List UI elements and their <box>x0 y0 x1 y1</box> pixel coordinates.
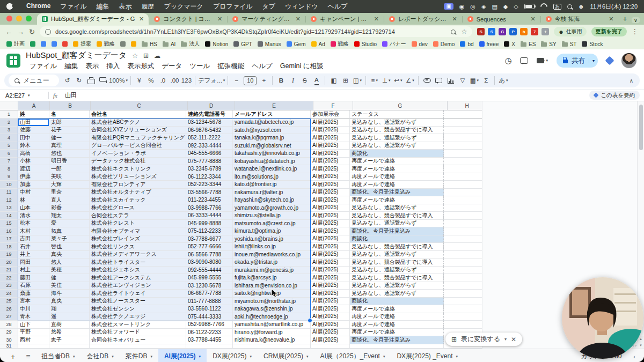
row-header-18[interactable]: 18 <box>0 243 18 251</box>
menu-item-8[interactable]: ウィンドウ <box>280 2 323 11</box>
cell-C23[interactable]: 株式会社エンヴィジョン <box>90 282 186 290</box>
gemini-sparkle-icon[interactable] <box>605 56 614 65</box>
forward-icon[interactable]: → <box>17 28 24 36</box>
cell-B6[interactable]: 悠也 <box>49 150 90 158</box>
cell-G20[interactable]: 見込みなし、競合製品すでに導入 <box>350 258 444 267</box>
cell-G6[interactable]: 商談化 <box>350 150 444 158</box>
bookmark-item-22[interactable]: bd <box>460 41 473 47</box>
bookmark-item-11[interactable]: 法人 <box>181 40 200 48</box>
sheet-tab-caret-icon[interactable]: ▾ <box>456 354 458 359</box>
font-family-select[interactable]: デフォ...▾ <box>198 75 225 86</box>
column-header-H[interactable]: H <box>448 101 487 110</box>
cell-A12[interactable]: 林 <box>18 196 49 204</box>
cell-G23[interactable]: 見込みなし、通話繋がらず <box>350 282 444 290</box>
browser-tab-5[interactable]: Sequences✕ <box>463 13 540 25</box>
cell-C6[interactable]: イノベーション・ラボ <box>90 150 186 158</box>
cell-H24[interactable] <box>444 290 482 298</box>
cell-E29[interactable]: hirano.y@forward.jp <box>233 329 311 337</box>
cell-G10[interactable]: 再度メールで連絡 <box>350 181 444 189</box>
cell-D4[interactable]: 052-111-2222 <box>186 134 233 142</box>
cell-D6[interactable]: 045-555-6666 <box>186 150 233 158</box>
document-title[interactable]: HubSpot_顧客ダミーデータ <box>26 50 127 61</box>
cell-C7[interactable]: データテック株式会社 <box>90 158 186 166</box>
cell-H23[interactable] <box>444 282 482 290</box>
sheet-tab-0[interactable]: 担当者DB▾ <box>35 349 80 362</box>
cell-E13[interactable]: yamamoto.a@growth.co.jp <box>233 204 311 212</box>
cell-B14[interactable]: 翔太 <box>49 212 90 220</box>
cell-G15[interactable]: 見込みなし、通話繋がらず <box>350 220 444 228</box>
header-cell-F1[interactable]: 参加展示会 <box>311 110 350 119</box>
cell-G26[interactable]: 再度メールで連絡 <box>350 305 444 313</box>
menu-item-2[interactable]: 編集 <box>91 2 114 11</box>
cell-C22[interactable]: 株式会社アークシステム <box>90 274 186 282</box>
column-header-E[interactable]: E <box>235 101 313 110</box>
cell-C17[interactable]: 株式会社ブレインズ <box>90 235 186 243</box>
row-header-29[interactable]: 29 <box>0 329 18 337</box>
cell-E7[interactable]: kobayashi.a@datatech.jp <box>233 158 311 166</box>
insert-chart-icon[interactable] <box>445 75 456 86</box>
bookmark-item-23[interactable]: freee <box>479 41 499 47</box>
font-size-input[interactable]: 10 <box>244 76 257 85</box>
browser-tab-6[interactable]: 今枝 拓海✕ <box>541 13 619 25</box>
cell-F8[interactable]: AI展(2025) <box>311 165 350 173</box>
sheet-tab-caret-icon[interactable]: ▾ <box>306 354 309 359</box>
sheet-tab-caret-icon[interactable]: ▾ <box>112 354 114 359</box>
dropdown-caret-icon[interactable]: ▾ <box>389 78 391 83</box>
convert-caret-icon[interactable]: ▾ <box>504 337 507 342</box>
sheet-tab-3[interactable]: AI展(2025)▾ <box>158 349 207 362</box>
cell-H15[interactable] <box>444 220 482 228</box>
sheets-logo-icon[interactable] <box>6 54 20 68</box>
extension-icon-3[interactable]: P <box>509 28 517 35</box>
cell-B23[interactable]: 美佳 <box>49 282 90 290</box>
cell-G16[interactable]: 商談化、今月受注見込み <box>350 227 444 235</box>
menu-item-7[interactable]: タブ <box>258 2 281 11</box>
cell-D13[interactable]: 03-9988-7766 <box>186 204 233 212</box>
cell-B22[interactable]: 健 <box>49 274 90 282</box>
cell-B18[interactable]: 智也 <box>49 243 90 251</box>
window-controls[interactable] <box>6 16 32 21</box>
toolbar-search-input[interactable]: メニュー <box>9 75 59 86</box>
cell-H8[interactable] <box>444 165 482 173</box>
undo-icon[interactable]: ↺ <box>62 75 73 86</box>
row-header-26[interactable]: 26 <box>0 305 18 313</box>
row-header-31[interactable]: 31 <box>0 344 18 349</box>
scroll-up-icon[interactable]: ▲ <box>639 337 642 341</box>
cell-G5[interactable]: 見込みなし、通話繋がらず <box>350 142 444 150</box>
insert-comment-icon[interactable] <box>433 75 444 86</box>
row-header-14[interactable]: 14 <box>0 212 18 220</box>
all-sheets-button[interactable]: ≡ <box>20 352 35 361</box>
cell-A24[interactable]: 斎藤 <box>18 290 49 298</box>
cell-B8[interactable]: 一郎 <box>49 165 90 173</box>
close-window-button[interactable] <box>6 16 12 21</box>
move-folder-icon[interactable]: ⊞ <box>143 52 149 60</box>
cell-A2[interactable]: 山田 <box>18 119 49 127</box>
keychain-icon[interactable]: ◇ <box>514 4 518 10</box>
bookmark-item-5[interactable]: 提案 <box>73 40 91 48</box>
cell-G2[interactable]: 見込みなし、通話繋がらず <box>350 119 444 127</box>
cell-G7[interactable]: 再度メールで連絡 <box>350 158 444 166</box>
meet-button[interactable]: ▾ <box>537 58 548 63</box>
cell-H4[interactable] <box>444 134 482 142</box>
cell-H13[interactable] <box>444 204 482 212</box>
cell-B5[interactable]: 真理 <box>49 142 90 150</box>
row-header-30[interactable]: 30 <box>0 336 18 344</box>
row-header-7[interactable]: 7 <box>0 158 18 166</box>
cell-A28[interactable]: 山下 <box>18 321 49 329</box>
cell-H19[interactable] <box>444 251 482 259</box>
cell-H9[interactable] <box>444 173 482 181</box>
row-header-17[interactable]: 17 <box>0 235 18 243</box>
cell-A14[interactable]: 清水 <box>18 212 49 220</box>
column-header-F[interactable]: F <box>313 101 353 110</box>
cell-A27[interactable]: 青木 <box>18 313 49 321</box>
sheet-tab-2[interactable]: 案件DB▾ <box>120 349 158 362</box>
sheets-menu-7[interactable]: 拡張機能 <box>214 62 248 71</box>
cell-H28[interactable] <box>444 321 482 329</box>
cell-A8[interactable]: 渡辺 <box>18 165 49 173</box>
cell-F21[interactable]: AI展(2025) <box>311 267 350 275</box>
cell-B15[interactable]: 愛 <box>49 220 90 228</box>
sheet-tab-5[interactable]: CRM展(2025)▾ <box>258 349 314 362</box>
cell-G18[interactable]: 見込みなし、競合製品すでに導入 <box>350 243 444 251</box>
url-bar[interactable]: docs.google.com/spreadsheets/d/1hn7YnLE1… <box>40 26 472 37</box>
star-icon[interactable]: ☆ <box>132 52 138 60</box>
cell-E5[interactable]: suzuki.m@globalsrv.net <box>233 142 311 150</box>
